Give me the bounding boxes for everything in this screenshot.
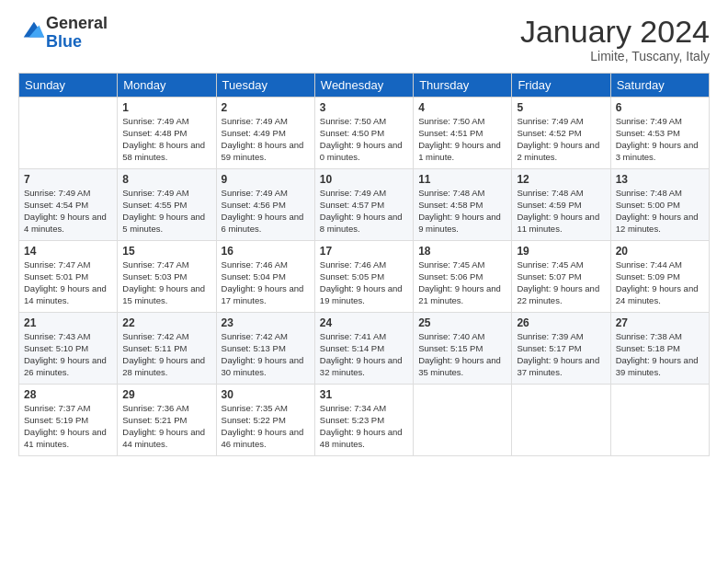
calendar-cell: 10 Sunrise: 7:49 AMSunset: 4:57 PMDaylig… (314, 169, 413, 241)
calendar-cell (512, 385, 610, 456)
calendar-cell: 13 Sunrise: 7:48 AMSunset: 5:00 PMDaylig… (610, 169, 709, 241)
day-number: 30 (222, 388, 310, 401)
day-number: 14 (24, 245, 112, 258)
calendar-cell: 22 Sunrise: 7:42 AMSunset: 5:11 PMDaylig… (118, 313, 216, 385)
day-number: 13 (616, 173, 704, 186)
title-block: January 2024 Limite, Tuscany, Italy (520, 15, 710, 63)
col-saturday: Saturday (610, 74, 709, 98)
calendar-week-row: 1 Sunrise: 7:49 AMSunset: 4:48 PMDayligh… (19, 98, 710, 169)
calendar-cell: 15 Sunrise: 7:47 AMSunset: 5:03 PMDaylig… (118, 241, 216, 313)
col-friday: Friday (512, 74, 610, 98)
calendar-cell: 19 Sunrise: 7:45 AMSunset: 5:07 PMDaylig… (512, 241, 610, 313)
day-number: 11 (418, 173, 506, 186)
day-number: 17 (320, 245, 408, 258)
day-number: 24 (320, 316, 408, 329)
calendar-cell: 30 Sunrise: 7:35 AMSunset: 5:22 PMDaylig… (216, 385, 314, 456)
day-number: 16 (222, 245, 310, 258)
calendar-cell: 8 Sunrise: 7:49 AMSunset: 4:55 PMDayligh… (118, 169, 216, 241)
sunrise-text: Sunrise: 7:48 AMSunset: 4:58 PMDaylight:… (418, 188, 501, 233)
day-number: 18 (418, 245, 506, 258)
day-number: 23 (222, 316, 310, 329)
sunrise-text: Sunrise: 7:45 AMSunset: 5:06 PMDaylight:… (418, 259, 501, 304)
sunrise-text: Sunrise: 7:47 AMSunset: 5:01 PMDaylight:… (24, 259, 107, 304)
page: General Blue January 2024 Limite, Tuscan… (0, 0, 728, 563)
calendar-cell: 18 Sunrise: 7:45 AMSunset: 5:06 PMDaylig… (414, 241, 512, 313)
calendar-cell: 16 Sunrise: 7:46 AMSunset: 5:04 PMDaylig… (216, 241, 314, 313)
month-title: January 2024 (520, 15, 710, 49)
calendar-cell: 5 Sunrise: 7:49 AMSunset: 4:52 PMDayligh… (512, 98, 610, 169)
calendar-cell: 29 Sunrise: 7:36 AMSunset: 5:21 PMDaylig… (118, 385, 216, 456)
sunrise-text: Sunrise: 7:49 AMSunset: 4:49 PMDaylight:… (222, 116, 304, 161)
calendar-cell: 12 Sunrise: 7:48 AMSunset: 4:59 PMDaylig… (512, 169, 610, 241)
sunrise-text: Sunrise: 7:47 AMSunset: 5:03 PMDaylight:… (122, 259, 205, 304)
logo-general-text: General (46, 14, 108, 32)
col-sunday: Sunday (19, 74, 118, 98)
sunrise-text: Sunrise: 7:50 AMSunset: 4:50 PMDaylight:… (320, 116, 403, 161)
day-number: 26 (517, 316, 605, 329)
day-number: 6 (616, 101, 704, 114)
day-number: 3 (320, 101, 408, 114)
calendar-cell: 25 Sunrise: 7:40 AMSunset: 5:15 PMDaylig… (414, 313, 512, 385)
sunrise-text: Sunrise: 7:42 AMSunset: 5:11 PMDaylight:… (122, 331, 205, 376)
day-number: 9 (222, 173, 310, 186)
calendar-cell: 23 Sunrise: 7:42 AMSunset: 5:13 PMDaylig… (216, 313, 314, 385)
sunrise-text: Sunrise: 7:40 AMSunset: 5:15 PMDaylight:… (418, 331, 501, 376)
sunrise-text: Sunrise: 7:36 AMSunset: 5:21 PMDaylight:… (122, 403, 205, 448)
day-number: 22 (122, 316, 210, 329)
sunrise-text: Sunrise: 7:44 AMSunset: 5:09 PMDaylight:… (616, 259, 699, 304)
sunrise-text: Sunrise: 7:49 AMSunset: 4:57 PMDaylight:… (320, 188, 403, 233)
calendar-week-row: 28 Sunrise: 7:37 AMSunset: 5:19 PMDaylig… (19, 385, 710, 456)
day-number: 21 (24, 316, 112, 329)
calendar-cell: 4 Sunrise: 7:50 AMSunset: 4:51 PMDayligh… (414, 98, 512, 169)
sunrise-text: Sunrise: 7:48 AMSunset: 5:00 PMDaylight:… (616, 188, 699, 233)
calendar-week-row: 7 Sunrise: 7:49 AMSunset: 4:54 PMDayligh… (19, 169, 710, 241)
sunrise-text: Sunrise: 7:34 AMSunset: 5:23 PMDaylight:… (320, 403, 403, 448)
calendar-cell (19, 98, 118, 169)
calendar-cell: 20 Sunrise: 7:44 AMSunset: 5:09 PMDaylig… (610, 241, 709, 313)
calendar-cell: 3 Sunrise: 7:50 AMSunset: 4:50 PMDayligh… (314, 98, 413, 169)
day-number: 5 (517, 101, 605, 114)
sunrise-text: Sunrise: 7:46 AMSunset: 5:04 PMDaylight:… (222, 259, 304, 304)
logo: General Blue (18, 15, 108, 52)
calendar-cell: 6 Sunrise: 7:49 AMSunset: 4:53 PMDayligh… (610, 98, 709, 169)
day-number: 27 (616, 316, 704, 329)
calendar-cell: 14 Sunrise: 7:47 AMSunset: 5:01 PMDaylig… (19, 241, 118, 313)
day-number: 31 (320, 388, 408, 401)
sunrise-text: Sunrise: 7:50 AMSunset: 4:51 PMDaylight:… (418, 116, 501, 161)
calendar-cell: 24 Sunrise: 7:41 AMSunset: 5:14 PMDaylig… (314, 313, 413, 385)
location-subtitle: Limite, Tuscany, Italy (520, 49, 710, 63)
sunrise-text: Sunrise: 7:49 AMSunset: 4:56 PMDaylight:… (222, 188, 304, 233)
calendar-cell: 7 Sunrise: 7:49 AMSunset: 4:54 PMDayligh… (19, 169, 118, 241)
day-number: 19 (517, 245, 605, 258)
calendar-week-row: 21 Sunrise: 7:43 AMSunset: 5:10 PMDaylig… (19, 313, 710, 385)
day-number: 7 (24, 173, 112, 186)
sunrise-text: Sunrise: 7:45 AMSunset: 5:07 PMDaylight:… (517, 259, 599, 304)
sunrise-text: Sunrise: 7:46 AMSunset: 5:05 PMDaylight:… (320, 259, 403, 304)
calendar-cell: 26 Sunrise: 7:39 AMSunset: 5:17 PMDaylig… (512, 313, 610, 385)
sunrise-text: Sunrise: 7:39 AMSunset: 5:17 PMDaylight:… (517, 331, 599, 376)
logo-blue-text: Blue (46, 32, 82, 51)
calendar-cell (414, 385, 512, 456)
sunrise-text: Sunrise: 7:49 AMSunset: 4:48 PMDaylight:… (122, 116, 205, 161)
day-number: 29 (122, 388, 210, 401)
sunrise-text: Sunrise: 7:35 AMSunset: 5:22 PMDaylight:… (222, 403, 304, 448)
sunrise-text: Sunrise: 7:37 AMSunset: 5:19 PMDaylight:… (24, 403, 107, 448)
col-tuesday: Tuesday (216, 74, 314, 98)
calendar-cell: 2 Sunrise: 7:49 AMSunset: 4:49 PMDayligh… (216, 98, 314, 169)
calendar-header-row: Sunday Monday Tuesday Wednesday Thursday… (19, 74, 710, 98)
calendar-cell: 17 Sunrise: 7:46 AMSunset: 5:05 PMDaylig… (314, 241, 413, 313)
sunrise-text: Sunrise: 7:48 AMSunset: 4:59 PMDaylight:… (517, 188, 599, 233)
col-monday: Monday (118, 74, 216, 98)
sunrise-text: Sunrise: 7:49 AMSunset: 4:54 PMDaylight:… (24, 188, 107, 233)
day-number: 25 (418, 316, 506, 329)
calendar-cell: 21 Sunrise: 7:43 AMSunset: 5:10 PMDaylig… (19, 313, 118, 385)
day-number: 10 (320, 173, 408, 186)
day-number: 15 (122, 245, 210, 258)
day-number: 4 (418, 101, 506, 114)
col-wednesday: Wednesday (314, 74, 413, 98)
sunrise-text: Sunrise: 7:42 AMSunset: 5:13 PMDaylight:… (222, 331, 304, 376)
calendar-cell (610, 385, 709, 456)
day-number: 20 (616, 245, 704, 258)
sunrise-text: Sunrise: 7:49 AMSunset: 4:53 PMDaylight:… (616, 116, 699, 161)
sunrise-text: Sunrise: 7:43 AMSunset: 5:10 PMDaylight:… (24, 331, 107, 376)
